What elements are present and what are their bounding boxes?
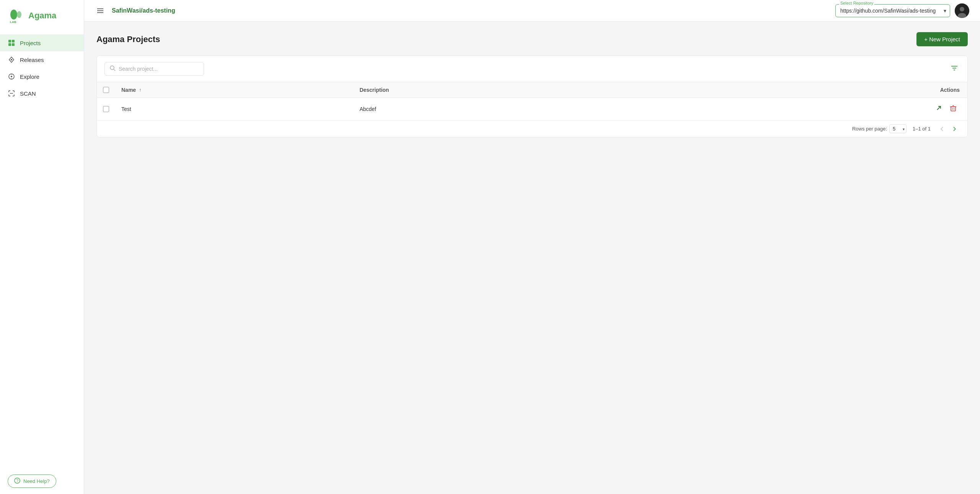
new-project-button[interactable]: + New Project xyxy=(916,32,968,46)
app-header: SafinWasi/ads-testing Select Repository … xyxy=(84,0,980,21)
prev-page-button[interactable] xyxy=(937,125,947,133)
select-all-col xyxy=(97,82,115,98)
svg-rect-6 xyxy=(12,43,15,46)
svg-point-30 xyxy=(110,66,114,70)
next-page-button[interactable] xyxy=(949,125,960,133)
search-wrapper xyxy=(105,62,204,76)
search-input[interactable] xyxy=(119,66,199,72)
projects-table: Name ↑ Description Actions xyxy=(97,82,967,121)
svg-point-1 xyxy=(17,11,21,18)
header-right: Select Repository https://github.com/Saf… xyxy=(835,3,969,18)
sidebar-item-label: Projects xyxy=(20,40,41,46)
main-content: SafinWasi/ads-testing Select Repository … xyxy=(84,0,980,494)
svg-rect-4 xyxy=(12,40,15,42)
row-actions xyxy=(662,98,967,121)
sidebar-item-label: Releases xyxy=(20,57,44,63)
actions-column-header: Actions xyxy=(662,82,967,98)
projects-table-card: Name ↑ Description Actions xyxy=(96,55,968,137)
row-name: Test xyxy=(115,98,353,121)
sidebar-item-label: SCAN xyxy=(20,90,36,97)
repo-select-label: Select Repository xyxy=(839,1,874,5)
svg-point-8 xyxy=(11,59,12,60)
name-column-header[interactable]: Name ↑ xyxy=(115,82,353,98)
svg-point-10 xyxy=(11,76,12,77)
table-row: Test Abcdef xyxy=(97,98,967,121)
rows-per-page-label: Rows per page: xyxy=(852,126,887,132)
breadcrumb[interactable]: SafinWasi/ads-testing xyxy=(112,7,175,14)
hamburger-button[interactable] xyxy=(95,5,106,16)
delete-project-button[interactable] xyxy=(947,103,960,115)
select-all-checkbox[interactable] xyxy=(103,87,109,93)
open-project-button[interactable] xyxy=(932,103,945,115)
svg-rect-36 xyxy=(951,107,956,111)
description-column-header: Description xyxy=(353,82,662,98)
svg-point-0 xyxy=(10,10,17,20)
pagination-info: 1–1 of 1 xyxy=(913,126,931,132)
rows-per-page-select-wrapper: 5 10 25 50 ▾ xyxy=(889,124,906,133)
filter-button[interactable] xyxy=(949,63,960,75)
repo-select-wrapper: Select Repository https://github.com/Saf… xyxy=(835,4,950,17)
svg-line-35 xyxy=(937,106,941,110)
sidebar-item-explore[interactable]: Explore xyxy=(0,68,84,85)
agama-lab-logo: LAB xyxy=(8,7,25,24)
page-header: Agama Projects + New Project xyxy=(96,32,968,46)
svg-rect-3 xyxy=(8,40,11,42)
row-description: Abcdef xyxy=(353,98,662,121)
sidebar-item-scan[interactable]: SCAN xyxy=(0,85,84,102)
svg-rect-5 xyxy=(8,43,11,46)
svg-text:LAB: LAB xyxy=(10,20,16,24)
row-checkbox[interactable] xyxy=(103,106,109,112)
explore-icon xyxy=(8,73,15,80)
table-footer: Rows per page: 5 10 25 50 ▾ 1–1 of 1 xyxy=(97,121,967,137)
sidebar: LAB Agama Projects xyxy=(0,0,84,494)
avatar[interactable] xyxy=(955,3,969,18)
table-header-row: Name ↑ Description Actions xyxy=(97,82,967,98)
sidebar-item-releases[interactable]: Releases xyxy=(0,51,84,68)
rows-per-page-select[interactable]: 5 10 25 50 xyxy=(889,124,906,133)
pagination-controls xyxy=(937,125,960,133)
sidebar-footer: ? Need Help? xyxy=(0,468,84,494)
need-help-button[interactable]: ? Need Help? xyxy=(8,474,56,488)
sidebar-logo: LAB Agama xyxy=(0,0,84,31)
sort-asc-icon: ↑ xyxy=(139,87,141,93)
svg-point-28 xyxy=(960,7,964,11)
page-body: Agama Projects + New Project xyxy=(84,21,980,494)
sidebar-item-label: Explore xyxy=(20,73,39,80)
sidebar-item-projects[interactable]: Projects xyxy=(0,34,84,51)
svg-text:?: ? xyxy=(16,479,19,483)
table-body: Test Abcdef xyxy=(97,98,967,121)
table-toolbar xyxy=(97,56,967,82)
rows-per-page-wrapper: Rows per page: 5 10 25 50 ▾ xyxy=(852,124,906,133)
help-icon: ? xyxy=(14,478,20,485)
logo-text: Agama xyxy=(28,11,56,21)
sidebar-nav: Projects Releases Explore xyxy=(0,31,84,468)
repo-select[interactable]: https://github.com/SafinWasi/ads-testing xyxy=(835,4,950,17)
releases-icon xyxy=(8,56,15,64)
need-help-label: Need Help? xyxy=(23,478,50,484)
search-icon xyxy=(109,65,116,73)
scan-icon xyxy=(8,90,15,97)
row-checkbox-cell xyxy=(97,98,115,121)
projects-icon xyxy=(8,39,15,47)
svg-line-31 xyxy=(114,69,115,71)
page-title: Agama Projects xyxy=(96,34,160,44)
